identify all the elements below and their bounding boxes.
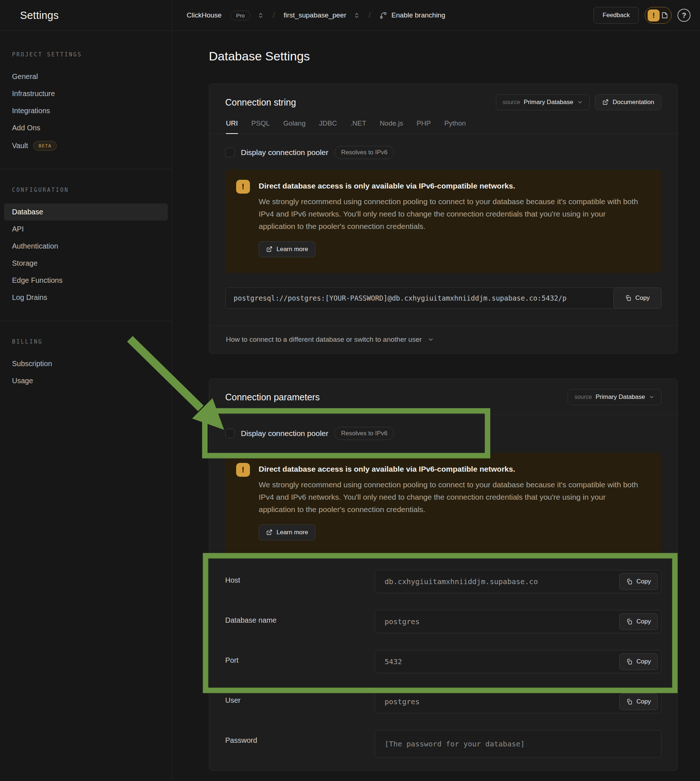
card-title: Connection string — [225, 97, 296, 108]
sidebar-section-configuration: CONFIGURATION Database API Authenticatio… — [0, 169, 172, 320]
user-field-row: User postgres Copy — [225, 690, 662, 713]
sidebar-item-edge-functions[interactable]: Edge Functions — [4, 272, 168, 289]
content-area: PROJECT SETTINGS General Infrastructure … — [0, 31, 700, 781]
connection-parameters-body: Display connection pooler Resolves to IP… — [209, 415, 677, 758]
tab-nodejs[interactable]: Node.js — [380, 119, 403, 134]
feedback-button[interactable]: Feedback — [593, 7, 639, 23]
header-actions: Feedback ! ? — [593, 7, 690, 23]
breadcrumb-org[interactable]: ClickHouse — [187, 11, 222, 19]
connection-parameter-fields: Host db.cxhygiuitamxhniiddjm.supabase.co… — [225, 570, 662, 758]
enable-branching-action[interactable]: Enable branching — [380, 11, 445, 19]
settings-sidebar: PROJECT SETTINGS General Infrastructure … — [0, 31, 172, 781]
sidebar-item-general[interactable]: General — [4, 68, 168, 85]
copy-database-name-button[interactable]: Copy — [619, 613, 658, 630]
connection-string-tabs: URI PSQL Golang JDBC .NET Node.js PHP Py… — [209, 110, 677, 134]
learn-more-button[interactable]: Learn more — [259, 241, 315, 257]
breadcrumb-project[interactable]: first_supabase_peer — [284, 11, 347, 19]
copy-connection-string-button[interactable]: Copy — [613, 287, 662, 309]
tab-golang[interactable]: Golang — [283, 119, 305, 134]
source-select[interactable]: source Primary Database — [496, 94, 590, 110]
sidebar-item-log-drains[interactable]: Log Drains — [4, 289, 168, 306]
password-input[interactable] — [385, 739, 652, 748]
sidebar-item-usage[interactable]: Usage — [4, 372, 168, 389]
header-settings-section: Settings — [0, 0, 172, 30]
user-value[interactable]: postgres Copy — [375, 690, 662, 713]
copy-host-button[interactable]: Copy — [619, 573, 658, 590]
sidebar-item-authentication[interactable]: Authentication — [4, 238, 168, 255]
breadcrumb-separator: / — [363, 10, 376, 20]
source-select[interactable]: source Primary Database — [568, 389, 662, 405]
tab-php[interactable]: PHP — [417, 119, 431, 134]
top-header: Settings ClickHouse Pro / first_supabase… — [0, 0, 700, 31]
field-label: Password — [225, 730, 375, 758]
warning-title: Direct database access is only available… — [259, 465, 639, 474]
copy-icon — [625, 295, 632, 301]
chevrons-updown-icon[interactable] — [353, 12, 360, 18]
warning-body: We strongly recommend using connection p… — [259, 195, 639, 232]
tab-jdbc[interactable]: JDBC — [319, 119, 337, 134]
copy-port-button[interactable]: Copy — [619, 653, 658, 670]
external-link-icon — [602, 99, 609, 105]
copy-icon — [626, 578, 633, 585]
external-link-icon — [266, 529, 273, 536]
copy-icon — [626, 698, 633, 705]
main-panel: Database Settings Connection string sour… — [172, 31, 700, 781]
chevron-down-icon — [577, 99, 583, 105]
sidebar-item-storage[interactable]: Storage — [4, 255, 168, 272]
section-label-configuration: CONFIGURATION — [12, 187, 160, 193]
ipv6-warning-callout: ! Direct database access is only availab… — [225, 170, 662, 273]
chevron-down-icon — [427, 336, 434, 343]
connection-help-expander[interactable]: How to connect to a different database o… — [209, 325, 677, 354]
notifications-button[interactable]: ! — [645, 7, 672, 23]
tab-python[interactable]: Python — [444, 119, 466, 134]
connection-string-value[interactable]: postgresql://postgres:[YOUR-PASSWORD]@db… — [225, 287, 662, 309]
card-title: Connection parameters — [225, 392, 320, 402]
chevron-down-icon — [649, 394, 655, 400]
help-icon[interactable]: ? — [677, 9, 690, 22]
copy-icon — [626, 618, 633, 625]
pooler-row: Display connection pooler Resolves to IP… — [225, 427, 662, 440]
tab-psql[interactable]: PSQL — [252, 119, 270, 134]
display-connection-pooler-checkbox[interactable] — [225, 148, 235, 157]
port-field-row: Port 5432 Copy — [225, 650, 662, 673]
enable-branching-label: Enable branching — [392, 11, 445, 19]
display-connection-pooler-checkbox[interactable] — [225, 429, 235, 438]
database-name-value[interactable]: postgres Copy — [375, 610, 662, 633]
sidebar-item-integrations[interactable]: Integrations — [4, 102, 168, 119]
sidebar-item-database[interactable]: Database — [4, 204, 168, 220]
resolves-to-ipv6-badge: Resolves to IPv6 — [334, 146, 394, 159]
field-label: Host — [225, 570, 375, 593]
header-controls: source Primary Database Documentation — [496, 94, 662, 110]
sidebar-item-subscription[interactable]: Subscription — [4, 355, 168, 372]
copy-icon — [626, 658, 633, 665]
connection-parameters-card: Connection parameters source Primary Dat… — [209, 379, 678, 771]
copy-user-button[interactable]: Copy — [619, 693, 658, 710]
sidebar-item-vault[interactable]: Vault BETA — [4, 137, 168, 155]
resolves-to-ipv6-badge: Resolves to IPv6 — [334, 427, 394, 440]
sidebar-item-infrastructure[interactable]: Infrastructure — [4, 85, 168, 102]
tab-uri[interactable]: URI — [226, 119, 238, 134]
connection-string-field: postgresql://postgres:[YOUR-PASSWORD]@db… — [225, 287, 662, 309]
port-value[interactable]: 5432 Copy — [375, 650, 662, 673]
connection-parameters-header: Connection parameters source Primary Dat… — [209, 379, 677, 415]
ipv6-warning-callout: ! Direct database access is only availab… — [225, 453, 662, 556]
tab-dotnet[interactable]: .NET — [350, 119, 366, 134]
connection-string-header: Connection string source Primary Databas… — [209, 84, 677, 110]
field-label: Database name — [225, 610, 375, 633]
documentation-button[interactable]: Documentation — [595, 94, 662, 110]
learn-more-button[interactable]: Learn more — [259, 524, 315, 541]
git-branch-icon — [380, 12, 387, 19]
host-field-row: Host db.cxhygiuitamxhniiddjm.supabase.co… — [225, 570, 662, 593]
warning-content: Direct database access is only available… — [259, 180, 639, 263]
field-label: Port — [225, 650, 375, 673]
password-field-row: Password — [225, 730, 662, 758]
host-value[interactable]: db.cxhygiuitamxhniiddjm.supabase.co Copy — [375, 570, 662, 593]
header-controls: source Primary Database — [568, 389, 662, 405]
connection-string-body: Display connection pooler Resolves to IP… — [209, 134, 677, 354]
sidebar-item-api[interactable]: API — [4, 220, 168, 238]
app-title: Settings — [20, 10, 58, 22]
sidebar-item-add-ons[interactable]: Add Ons — [4, 119, 168, 137]
section-label-billing: BILLING — [12, 339, 160, 345]
chevrons-updown-icon[interactable] — [258, 12, 264, 18]
page-title: Database Settings — [209, 49, 310, 63]
